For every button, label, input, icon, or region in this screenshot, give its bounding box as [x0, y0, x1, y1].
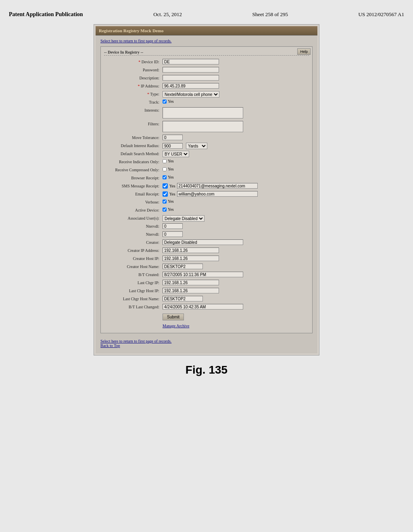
label-creator-host-name: Creator Host Name: [104, 264, 163, 270]
label-ntervdl2: Ntervdl: [104, 231, 163, 238]
input-last-chgr-host-ip[interactable] [163, 288, 219, 293]
field-device-id: Device ID: [104, 59, 309, 65]
label-interests: Interests: [104, 107, 163, 114]
field-last-chgr-ip: Last Chgr IP: [104, 280, 309, 286]
label-filters: Filters: [104, 121, 163, 127]
input-bt-created[interactable] [163, 272, 243, 277]
label-last-chgr-host-ip: Last Chgr Host IP: [104, 288, 163, 294]
label-password: Password: [104, 67, 163, 73]
label-ip-address: IP Address: [104, 83, 163, 89]
input-sms-address[interactable] [177, 183, 258, 189]
track-label: Yes [168, 99, 174, 104]
label-description: Description: [104, 75, 163, 81]
field-move-tolerance: Move Tolerance: [104, 135, 309, 141]
label-active-device: Active Device: [104, 207, 163, 214]
return-link-top[interactable]: Select here to return to first page of r… [100, 39, 313, 43]
input-description[interactable] [163, 75, 219, 81]
field-password: Password: [104, 67, 309, 73]
label-device-id: Device ID: [104, 59, 163, 65]
receive-compressed-label: Yes [168, 167, 174, 171]
return-link-bottom[interactable]: Select here to return to first page of r… [100, 339, 171, 343]
input-ip-address[interactable] [163, 83, 219, 89]
help-button[interactable]: Help [297, 48, 311, 55]
field-last-chgr-host-ip: Last Chgr Host IP: [104, 288, 309, 294]
verbose-label: Yes [168, 199, 174, 204]
checkbox-active-device[interactable] [163, 208, 167, 212]
sms-yes-label: Yes [169, 184, 175, 188]
input-radius-value[interactable] [163, 143, 183, 149]
page-container: Patent Application Publication Oct. 25, … [9, 8, 404, 376]
checkbox-browser-receipt[interactable] [163, 175, 167, 179]
email-yes-label: Yes [169, 192, 175, 196]
select-associated-users[interactable]: Delegate Disabled [163, 215, 204, 222]
receive-indicators-label: Yes [168, 159, 174, 163]
browser-receipt-label: Yes [168, 175, 174, 179]
label-default-radius: Default Interest Radius: [104, 143, 163, 149]
bottom-links: Select here to return to first page of r… [100, 337, 313, 350]
field-ip-address: IP Address: [104, 83, 309, 89]
field-email-receipt: Email Receipt: Yes [104, 191, 309, 197]
field-verbose: Verbose: Yes [104, 199, 309, 206]
input-last-chgr-host-name[interactable] [163, 296, 203, 301]
label-type: Type: [104, 91, 163, 98]
input-creator-host-ip[interactable] [163, 256, 219, 261]
label-sms-receipt: SMS Message Receipt: [104, 183, 163, 189]
select-search-method[interactable]: BY USER [163, 151, 189, 157]
field-receive-compressed: Receive Compressed Only: Yes [104, 167, 309, 173]
field-browser-receipt: Browser Receipt: Yes [104, 175, 309, 181]
field-creator-ip: Creator IP Address: [104, 247, 309, 254]
field-ntervdl2: Ntervdl: [104, 231, 309, 238]
submit-row: Submit Manage Archive [104, 312, 309, 328]
input-creator-ip[interactable] [163, 247, 219, 253]
checkbox-verbose[interactable] [163, 200, 167, 204]
label-verbose: Verbose: [104, 199, 163, 206]
label-creator-host-ip: Creator Host IP: [104, 256, 163, 262]
label-bt-last-changed: B/T Last Changed: [104, 304, 163, 310]
field-creator-host-name: Creator Host Name: [104, 264, 309, 270]
label-associated-users: Associated User(s): [104, 215, 163, 222]
input-last-chgr-ip[interactable] [163, 280, 219, 285]
input-move-tolerance[interactable] [163, 135, 183, 140]
section-title: -- Device In Registry -- [104, 50, 309, 56]
submit-button[interactable]: Submit [163, 314, 184, 320]
field-associated-users: Associated User(s): Delegate Disabled [104, 215, 309, 222]
label-move-tolerance: Move Tolerance: [104, 135, 163, 141]
field-bt-created: B/T Created: [104, 272, 309, 278]
field-track: Track: Yes [104, 99, 309, 106]
manage-archive-link[interactable]: Manage Archive [163, 324, 309, 328]
app-title: Registration Registry Mock Demo [99, 28, 163, 33]
checkbox-receive-indicators[interactable] [163, 159, 167, 163]
input-device-id[interactable] [163, 59, 219, 64]
checkbox-sms-receipt[interactable] [163, 183, 168, 189]
field-ntervdl1: Ntervdl: [104, 223, 309, 230]
input-creator[interactable] [163, 239, 243, 245]
textarea-filters[interactable] [163, 121, 243, 132]
field-last-chgr-host-name: Last Chgr Host Name: [104, 296, 309, 302]
select-radius-unit[interactable]: Yards Miles Meters [186, 143, 207, 149]
checkbox-receive-compressed[interactable] [163, 167, 167, 171]
label-ntervdl1: Ntervdl: [104, 223, 163, 230]
checkbox-email-receipt[interactable] [163, 191, 168, 197]
back-to-top-link[interactable]: Back to Top [100, 343, 120, 348]
select-type[interactable]: Nextel/Motorola cell phone [163, 91, 219, 98]
device-section: -- Device In Registry -- Help Device ID:… [100, 46, 313, 333]
input-bt-last-changed[interactable] [163, 304, 243, 310]
label-track: Track: [104, 99, 163, 106]
label-email-receipt: Email Receipt: [104, 191, 163, 197]
field-interests: Interests: [104, 107, 309, 119]
input-email-address[interactable] [177, 191, 258, 197]
input-creator-host-name[interactable] [163, 264, 203, 269]
field-creator: Creator: [104, 239, 309, 246]
field-sms-receipt: SMS Message Receipt: Yes [104, 183, 309, 189]
label-last-chgr-ip: Last Chgr IP: [104, 280, 163, 286]
input-ntervdl1[interactable] [163, 223, 183, 229]
field-type: Type: Nextel/Motorola cell phone [104, 91, 309, 98]
input-password[interactable] [163, 67, 219, 73]
field-search-method: Default Search Method: BY USER [104, 151, 309, 157]
label-creator: Creator: [104, 239, 163, 246]
textarea-interests[interactable] [163, 107, 243, 118]
checkbox-track[interactable] [163, 100, 167, 104]
input-ntervdl2[interactable] [163, 231, 183, 237]
form-area: Select here to return to first page of r… [96, 35, 317, 353]
field-active-device: Active Device: Yes [104, 207, 309, 214]
